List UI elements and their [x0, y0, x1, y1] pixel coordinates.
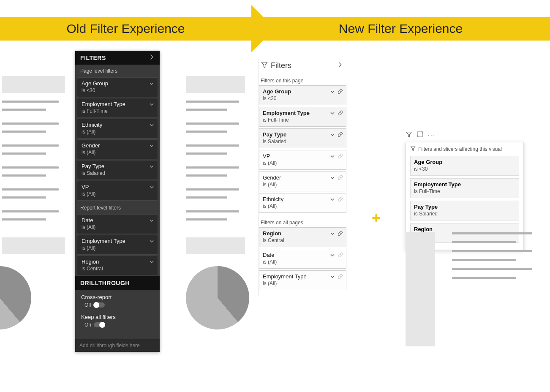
chevron-down-icon[interactable]: [330, 252, 335, 259]
filter-card-title: Employment Type: [82, 238, 153, 244]
new-all-filter-cards: Region is Central Date is (All) Employme…: [259, 227, 346, 290]
eraser-icon[interactable]: [338, 110, 343, 117]
pie-placeholder: [0, 266, 31, 329]
filter-card-subtitle: is (All): [82, 224, 153, 230]
placeholder-line: [2, 101, 59, 103]
chevron-down-icon[interactable]: [149, 81, 154, 87]
new-all-filters-label: Filters on all pages: [261, 220, 346, 226]
chevron-down-icon[interactable]: [330, 273, 335, 281]
new-filter-card[interactable]: Employment Type is (All): [259, 270, 346, 290]
new-filter-card[interactable]: Pay Type is Salaried: [259, 128, 346, 148]
placeholder-line: [2, 152, 46, 155]
filter-card-title: Ethnicity: [82, 122, 153, 128]
new-filter-card[interactable]: Gender is (All): [259, 172, 346, 191]
arrow-head-icon: [251, 5, 275, 52]
old-report-filters-label: Report level filters: [75, 201, 160, 213]
placeholder-line: [186, 166, 239, 169]
placeholder-line: [2, 131, 46, 133]
report-mock-right: [406, 148, 541, 346]
filter-card-subtitle: is (All): [82, 150, 153, 155]
chevron-down-icon[interactable]: [330, 196, 335, 204]
new-filter-card[interactable]: Date is (All): [259, 249, 346, 269]
new-filter-card[interactable]: Region is Central: [259, 227, 346, 247]
old-filter-pane: FILTERS Page level filters Age Group is …: [75, 51, 160, 352]
eraser-icon[interactable]: [338, 88, 343, 96]
new-filter-header[interactable]: Filters: [259, 59, 346, 75]
filter-icon: [261, 61, 268, 70]
eraser-icon[interactable]: [338, 230, 343, 238]
drillthrough-field-prompt[interactable]: Add drillthrough fields here: [75, 339, 160, 352]
old-filter-card[interactable]: VP is (All): [77, 181, 158, 201]
chevron-down-icon[interactable]: [330, 230, 335, 238]
chevron-down-icon[interactable]: [330, 153, 335, 161]
chevron-down-icon[interactable]: [149, 164, 154, 170]
placeholder-line: [452, 268, 532, 270]
filter-card-title: Employment Type: [82, 101, 153, 107]
eraser-icon[interactable]: [338, 174, 343, 182]
placeholder-line: [2, 174, 46, 177]
placeholder-line: [2, 122, 59, 125]
placeholder-block: [186, 237, 245, 254]
placeholder-line: [452, 259, 516, 261]
chevron-down-icon[interactable]: [330, 131, 335, 139]
chevron-down-icon[interactable]: [149, 259, 154, 266]
old-drillthrough-header[interactable]: DRILLTHROUGH: [75, 276, 160, 290]
chevron-down-icon[interactable]: [330, 174, 335, 182]
filter-card-subtitle: is <30: [263, 95, 343, 101]
keep-filters-toggle[interactable]: [94, 322, 105, 327]
eraser-icon[interactable]: [338, 196, 343, 204]
banner-left: Old Filter Experience: [0, 17, 251, 41]
filter-icon[interactable]: [406, 131, 412, 139]
new-filter-card[interactable]: VP is (All): [259, 150, 346, 170]
chevron-down-icon[interactable]: [149, 143, 154, 150]
filter-card-subtitle: is (All): [82, 245, 153, 251]
eraser-icon[interactable]: [338, 131, 343, 139]
comparison-banner: Old Filter Experience New Filter Experie…: [0, 17, 550, 41]
cross-report-label: Cross-report: [81, 294, 154, 300]
old-filter-card[interactable]: Age Group is <30: [77, 77, 158, 97]
old-filter-title: FILTERS: [80, 54, 106, 61]
new-filter-pane: Filters Filters on this page Age Group i…: [259, 59, 346, 296]
chevron-down-icon[interactable]: [330, 88, 335, 96]
old-filter-card[interactable]: Region is Central: [77, 256, 158, 275]
pie-placeholder: [186, 266, 249, 329]
placeholder-line: [186, 218, 227, 220]
new-filter-card[interactable]: Age Group is <30: [259, 85, 346, 105]
cross-report-state: Off: [84, 302, 91, 308]
placeholder-line: [186, 210, 239, 212]
filter-card-subtitle: is (All): [82, 129, 153, 135]
eraser-icon[interactable]: [338, 153, 343, 161]
eraser-icon[interactable]: [338, 273, 343, 281]
old-filter-header[interactable]: FILTERS: [75, 51, 160, 65]
focus-mode-icon[interactable]: [417, 131, 423, 139]
old-filter-card[interactable]: Pay Type is Salaried: [77, 160, 158, 180]
new-filter-card[interactable]: Employment Type is Full-Time: [259, 107, 346, 127]
placeholder-line: [2, 144, 59, 147]
new-filter-card[interactable]: Ethnicity is (All): [259, 193, 346, 213]
plus-icon: +: [372, 209, 381, 227]
old-filter-card[interactable]: Employment Type is Full-Time: [77, 98, 158, 118]
placeholder-block: [406, 232, 435, 346]
old-drillthrough-body: Cross-report Off Keep all filters On: [75, 290, 160, 339]
old-filter-card[interactable]: Date is (All): [77, 214, 158, 234]
filter-card-title: Age Group: [82, 80, 153, 87]
filter-card-subtitle: is Salaried: [82, 170, 153, 176]
chevron-down-icon[interactable]: [149, 218, 154, 224]
more-options-icon[interactable]: ···: [427, 131, 436, 139]
filter-card-subtitle: is (All): [263, 203, 343, 209]
chevron-right-icon: [149, 54, 155, 61]
placeholder-line: [186, 188, 239, 191]
chevron-down-icon[interactable]: [149, 239, 154, 245]
chevron-down-icon[interactable]: [330, 110, 335, 117]
eraser-icon[interactable]: [338, 252, 343, 259]
old-filter-card[interactable]: Ethnicity is (All): [77, 119, 158, 139]
old-filter-card[interactable]: Employment Type is (All): [77, 235, 158, 255]
placeholder-line: [186, 101, 239, 103]
chevron-down-icon[interactable]: [149, 122, 154, 129]
placeholder-line: [2, 218, 46, 220]
filter-card-subtitle: is (All): [263, 182, 343, 188]
chevron-down-icon[interactable]: [149, 102, 154, 108]
cross-report-toggle[interactable]: [94, 302, 105, 308]
chevron-down-icon[interactable]: [149, 185, 154, 191]
old-filter-card[interactable]: Gender is (All): [77, 139, 158, 159]
